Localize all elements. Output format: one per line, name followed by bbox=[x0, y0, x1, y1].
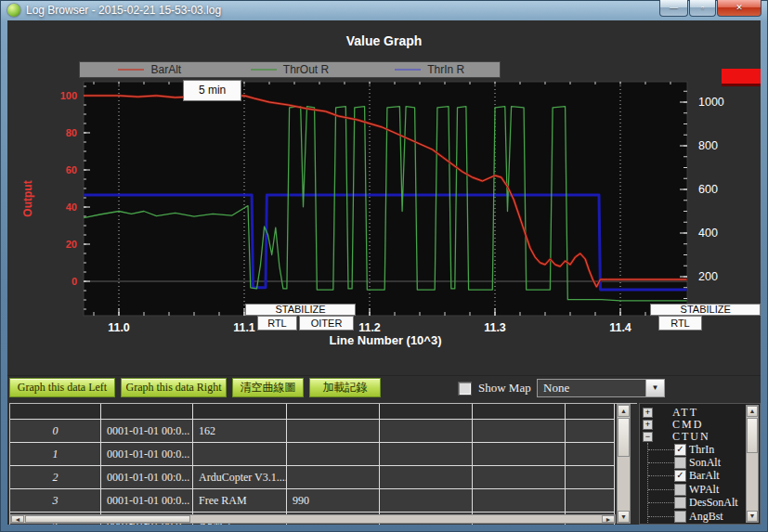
table-header-cell bbox=[380, 404, 473, 420]
maximize-button[interactable]: ▫ bbox=[689, 0, 716, 17]
table-cell[interactable]: 0001-01-01 00:0... bbox=[101, 443, 193, 466]
angbst-checkbox[interactable] bbox=[674, 511, 686, 523]
close-button[interactable]: ✕ bbox=[717, 0, 761, 17]
titlebar[interactable]: Log Browser - 2015-02-21 15-53-03.log — … bbox=[0, 0, 768, 20]
tree-leaf-label[interactable]: BarAlt bbox=[689, 469, 720, 483]
sonalt-checkbox[interactable] bbox=[674, 457, 686, 469]
table-cell[interactable]: 3 bbox=[10, 489, 101, 513]
table-cell[interactable] bbox=[287, 466, 380, 489]
baralt-checkbox[interactable]: ✓ bbox=[674, 470, 686, 482]
crt-checkbox[interactable] bbox=[674, 524, 686, 525]
table-cell[interactable]: 0 bbox=[10, 420, 101, 443]
load-log-button[interactable]: 加載記錄 bbox=[309, 378, 381, 397]
table-cell[interactable] bbox=[566, 466, 615, 489]
window-title: Log Browser - 2015-02-21 15-53-03.log bbox=[26, 4, 221, 17]
table-cell[interactable] bbox=[380, 489, 473, 513]
tree-leaf-label[interactable]: SonAlt bbox=[689, 456, 721, 470]
dessonalt-checkbox[interactable] bbox=[674, 497, 686, 509]
table-cell[interactable]: ArduCopter V3.1.... bbox=[193, 466, 287, 489]
table-cell[interactable]: 0001-01-01 00:0... bbox=[101, 466, 193, 489]
scroll-down-icon[interactable]: ▼ bbox=[747, 511, 758, 522]
table-header-cell bbox=[193, 404, 287, 420]
table-cell[interactable]: 1 bbox=[10, 443, 101, 466]
map-select-value: None bbox=[543, 381, 569, 395]
chevron-down-icon[interactable]: ▼ bbox=[645, 380, 664, 396]
scroll-up-icon[interactable]: ▲ bbox=[747, 406, 758, 417]
table-cell[interactable]: Free RAM bbox=[193, 489, 287, 513]
app-icon bbox=[7, 4, 20, 17]
clear-graph-button[interactable]: 清空曲線圖 bbox=[232, 378, 304, 397]
table-cell[interactable] bbox=[380, 420, 473, 443]
value-graph-plot[interactable]: 11.011.111.211.311.402040608010020040060… bbox=[7, 20, 761, 375]
table-cell[interactable] bbox=[566, 420, 615, 443]
table-cell[interactable] bbox=[473, 489, 566, 513]
wpalt-checkbox[interactable] bbox=[674, 484, 686, 496]
table-cell[interactable]: 162 bbox=[193, 420, 287, 443]
tree-leaf-baralt[interactable]: ✓BarAlt bbox=[640, 470, 760, 483]
tree-leaf-label[interactable]: DesSonAlt bbox=[689, 496, 738, 510]
tree-leaf-thrin[interactable]: ✓ThrIn bbox=[640, 443, 760, 456]
thrin-checkbox[interactable]: ✓ bbox=[674, 444, 686, 456]
tree-leaf-dessonalt[interactable]: DesSonAlt bbox=[640, 497, 760, 510]
log-field-tree: +ATT+CMD−CTUN✓ThrInSonAlt✓BarAltWPAltDes… bbox=[639, 403, 761, 525]
tree-leaf-label[interactable]: CRt bbox=[689, 523, 707, 525]
tree-connector bbox=[648, 502, 674, 503]
table-cell[interactable] bbox=[473, 420, 566, 443]
controls-bar: Graph this data Left Graph this data Rig… bbox=[7, 375, 761, 404]
table-cell[interactable] bbox=[473, 466, 566, 489]
table-header-cell bbox=[473, 404, 566, 420]
tree-leaf-wpalt[interactable]: WPAlt bbox=[640, 483, 760, 496]
svg-text:600: 600 bbox=[698, 183, 718, 196]
table-header-cell bbox=[101, 404, 193, 420]
tree-leaf-label[interactable]: WPAlt bbox=[689, 483, 719, 497]
tree-leaf-angbst[interactable]: AngBst bbox=[640, 510, 760, 523]
tree-scroll-thumb[interactable] bbox=[747, 418, 758, 453]
table-vertical-scrollbar[interactable]: ▲ ▼ bbox=[617, 404, 631, 524]
table-cell[interactable] bbox=[566, 443, 615, 466]
table-hscroll-thumb[interactable] bbox=[25, 515, 190, 523]
table-cell[interactable] bbox=[380, 466, 473, 489]
table-cell[interactable]: 0001-01-01 00:0... bbox=[101, 489, 193, 513]
tree-connector bbox=[648, 475, 674, 476]
flight-mode-annotation: STABILIZE bbox=[245, 304, 356, 316]
table-cell[interactable] bbox=[193, 443, 287, 466]
graph-left-button[interactable]: Graph this data Left bbox=[9, 378, 115, 397]
tree-leaf-crt[interactable]: CRt bbox=[640, 523, 760, 525]
svg-text:60: 60 bbox=[66, 164, 77, 175]
table-cell[interactable]: 2 bbox=[10, 466, 101, 489]
table-vscroll-thumb[interactable] bbox=[618, 418, 630, 457]
svg-text:11.0: 11.0 bbox=[108, 321, 130, 334]
svg-text:80: 80 bbox=[66, 127, 77, 138]
tree-leaf-label[interactable]: ThrIn bbox=[689, 443, 714, 457]
svg-text:11.4: 11.4 bbox=[609, 321, 631, 334]
scroll-down-icon[interactable]: ▼ bbox=[618, 511, 630, 523]
scroll-left-icon[interactable]: ◄ bbox=[11, 515, 24, 523]
expand-icon[interactable]: + bbox=[643, 420, 653, 430]
scroll-right-icon[interactable]: ► bbox=[602, 515, 615, 523]
svg-text:11.3: 11.3 bbox=[484, 321, 506, 334]
collapse-icon[interactable]: − bbox=[643, 432, 653, 442]
table-cell[interactable] bbox=[566, 489, 615, 513]
tree-connector bbox=[648, 462, 674, 463]
tree-connector bbox=[647, 443, 648, 525]
graph-right-button[interactable]: Graph this data Right bbox=[121, 378, 227, 397]
table-cell[interactable] bbox=[380, 443, 473, 466]
tree-node-ctun[interactable]: −CTUN bbox=[640, 431, 760, 443]
scroll-up-icon[interactable]: ▲ bbox=[618, 405, 630, 417]
expand-icon[interactable]: + bbox=[643, 408, 653, 418]
minimize-button[interactable]: — bbox=[659, 0, 688, 17]
show-map-checkbox[interactable] bbox=[458, 382, 472, 396]
table-cell[interactable] bbox=[287, 420, 380, 443]
map-select-dropdown[interactable]: None ▼ bbox=[537, 379, 665, 397]
tree-leaf-label[interactable]: AngBst bbox=[689, 510, 723, 524]
table-cell[interactable] bbox=[287, 443, 380, 466]
tree-scrollbar[interactable]: ▲ ▼ bbox=[746, 405, 759, 523]
table-cell[interactable] bbox=[473, 443, 566, 466]
table-cell[interactable]: 0001-01-01 00:0... bbox=[101, 420, 193, 443]
tree-leaf-sonalt[interactable]: SonAlt bbox=[640, 456, 760, 469]
svg-text:40: 40 bbox=[66, 201, 77, 213]
svg-text:11.1: 11.1 bbox=[233, 321, 255, 334]
svg-text:11.2: 11.2 bbox=[358, 321, 381, 334]
table-horizontal-scrollbar[interactable]: ◄ ► bbox=[10, 514, 616, 524]
table-cell[interactable]: 990 bbox=[287, 489, 380, 513]
